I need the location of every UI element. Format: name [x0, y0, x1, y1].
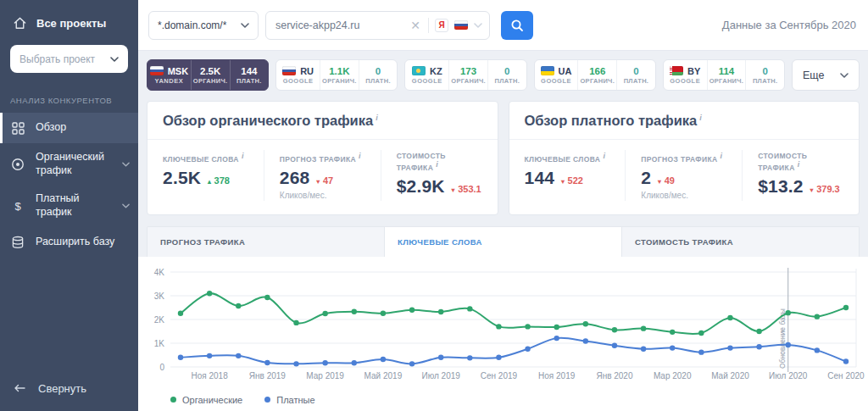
paid-label: ПЛАТН. [365, 77, 391, 85]
domain-pattern-select[interactable]: *.domain.com/* [148, 11, 259, 40]
metric-keywords: КЛЮЧЕВЫЕ СЛОВАi 144 ▼522 [509, 150, 626, 201]
metric-value: 144 [525, 168, 555, 188]
close-icon[interactable]: ✕ [409, 19, 422, 31]
x-tick-label: Янв 2019 [249, 371, 287, 380]
sidebar-item-all-projects[interactable]: Все проекты [10, 12, 128, 34]
info-icon[interactable]: i [798, 160, 800, 169]
engine-card-ru-google[interactable]: RU GOOGLE 1.1KОРГАНИЧ. 0ПЛАТН. [275, 59, 398, 91]
paid-count: 0 [376, 66, 381, 76]
chart-point-organic [322, 311, 327, 316]
search-input[interactable] [275, 19, 403, 31]
tab-traffic-forecast[interactable]: ПРОГНОЗ ТРАФИКА [147, 227, 385, 257]
chevron-down-icon [241, 23, 249, 28]
metric-label: ПРОГНОЗ ТРАФИКАi [641, 152, 726, 164]
paid-label: ПЛАТН. [624, 77, 649, 85]
chart-point-paid [438, 354, 443, 359]
sidebar-nav: Обзор Органический трафик $ Платный траф… [0, 113, 138, 258]
legend-item-organic[interactable]: Органические [170, 395, 242, 405]
info-icon[interactable]: i [376, 114, 378, 122]
info-icon[interactable]: i [436, 160, 438, 169]
tab-keywords[interactable]: КЛЮЧЕВЫЕ СЛОВА [385, 227, 622, 257]
info-icon[interactable]: i [699, 114, 702, 122]
chart-point-organic [641, 325, 646, 330]
chevron-down-icon [122, 162, 130, 167]
chart-point-organic [352, 308, 357, 314]
engine-name: GOOGLE [412, 77, 442, 85]
search-button[interactable] [501, 11, 533, 40]
x-tick-label: Сен 2020 [827, 371, 865, 380]
organic-label: ОРГАНИЧ. [322, 77, 357, 85]
x-tick-label: Янв 2020 [596, 371, 633, 380]
main-area: *.domain.com/* ✕ Я Данные за [138, 0, 868, 411]
engine-card-ua-google[interactable]: UA GOOGLE 166ОРГАНИЧ. 0ПЛАТН. [534, 59, 656, 91]
more-button-label: Еще [803, 69, 824, 81]
sidebar-item-overview[interactable]: Обзор [0, 113, 138, 143]
chart-panel: 01K2K3K4KНоя 2018Янв 2019Мар 2019Май 201… [138, 257, 868, 411]
info-icon[interactable]: i [603, 152, 605, 160]
chart-point-organic [409, 307, 415, 312]
divider [428, 18, 429, 33]
x-tick-label: Мар 2019 [306, 371, 344, 380]
info-icon[interactable]: i [242, 152, 244, 160]
chevron-down-icon[interactable] [474, 23, 482, 28]
organic-label: ОРГАНИЧ. [580, 77, 615, 85]
chart-point-organic [178, 310, 183, 315]
sidebar-collapse-button[interactable]: Свернуть [0, 368, 138, 411]
paid-label: ПЛАТН. [753, 77, 778, 85]
region-code: BY [687, 66, 700, 76]
metric-subtitle: Кликов/мес. [280, 191, 365, 201]
info-icon[interactable]: i [721, 152, 723, 160]
grid-icon [10, 120, 25, 136]
chart-point-paid [727, 345, 732, 350]
chart-point-organic [496, 324, 501, 329]
card-title-text: Обзор платного трафика [525, 113, 698, 128]
flag-ua-icon [541, 66, 554, 75]
engine-card-by-google[interactable]: BY GOOGLE 114ОРГАНИЧ. 0ПЛАТН. [663, 59, 785, 91]
pattern-select-value: *.domain.com/* [158, 19, 226, 31]
sidebar-item-organic-traffic[interactable]: Органический трафик [0, 143, 138, 185]
chart-point-paid [641, 346, 646, 351]
chart-point-organic [438, 309, 443, 314]
paid-count: 0 [633, 66, 638, 76]
chart-point-paid [381, 357, 386, 362]
organic-label: ОРГАНИЧ. [451, 77, 486, 85]
metric-label: СТОИМОСТЬ ТРАФИКАi [758, 152, 843, 172]
collapse-label: Свернуть [38, 382, 86, 395]
search-icon [510, 19, 524, 32]
card-title: Обзор органического трафикаi [147, 102, 498, 140]
metric-label: КЛЮЧЕВЫЕ СЛОВАi [525, 152, 610, 164]
chart-point-organic [381, 310, 386, 315]
chart-point-paid [583, 338, 588, 343]
engine-card-kz-google[interactable]: KZ GOOGLE 173ОРГАНИЧ. 0ПЛАТН. [404, 59, 526, 91]
legend-item-paid[interactable]: Платные [264, 395, 314, 405]
info-icon[interactable]: i [359, 152, 361, 160]
project-select[interactable]: Выбрать проект [10, 45, 128, 73]
paid-overview-card: Обзор платного трафикаi КЛЮЧЕВЫЕ СЛОВАi … [509, 101, 860, 215]
chart-point-paid [496, 354, 501, 359]
more-regions-button[interactable]: Еще [792, 59, 860, 91]
chart-point-paid [467, 355, 472, 360]
chart-point-paid [698, 349, 704, 354]
y-tick-label: 4K [154, 267, 165, 276]
region-code: KZ [430, 66, 442, 76]
engine-card-msk-yandex[interactable]: MSK YANDEX 2.5KОРГАНИЧ. 144ПЛАТН. [147, 59, 269, 91]
topbar: *.domain.com/* ✕ Я Данные за [138, 0, 868, 51]
chart-point-paid [612, 342, 617, 347]
chart-point-paid [352, 360, 357, 365]
sidebar-section-label: АНАЛИЗ КОНКУРЕНТОВ [0, 73, 138, 113]
sidebar-item-paid-traffic[interactable]: $ Платный трафик [0, 185, 138, 226]
card-title: Обзор платного трафикаi [509, 102, 860, 140]
paid-label: ПЛАТН. [236, 77, 262, 85]
x-tick-label: Ноя 2018 [192, 371, 229, 380]
organic-dot-icon [170, 397, 176, 403]
all-projects-label: Все проекты [36, 17, 106, 30]
data-period-label: Данные за Сентябрь 2020 [722, 19, 856, 31]
target-icon [10, 157, 25, 172]
region-code: RU [300, 66, 314, 76]
paid-count: 0 [504, 66, 509, 76]
y-tick-label: 2K [154, 314, 165, 324]
y-tick-label: 1K [154, 338, 165, 347]
tab-traffic-cost[interactable]: СТОИМОСТЬ ТРАФИКА [622, 227, 859, 257]
sidebar-item-expand-database[interactable]: Расширить базу [0, 227, 138, 258]
chart-point-organic [583, 321, 588, 326]
